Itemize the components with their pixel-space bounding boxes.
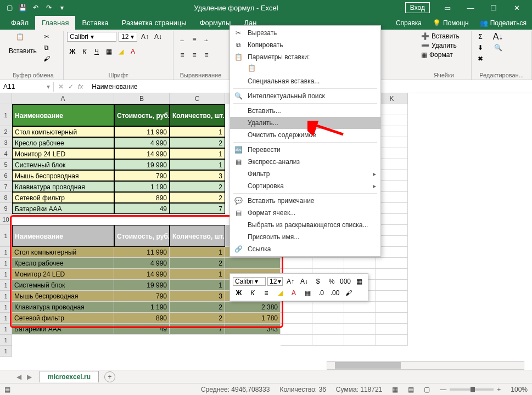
row-header[interactable]: 8: [0, 192, 12, 203]
cell[interactable]: 19 990: [114, 159, 170, 170]
cell[interactable]: Количество, шт.: [170, 225, 225, 247]
cell[interactable]: Мышь беспроводная: [12, 291, 114, 302]
tab-file[interactable]: Файл: [4, 16, 35, 30]
cell[interactable]: Стоимость, руб.: [114, 225, 170, 247]
ribbon-options-icon[interactable]: ▭: [436, 1, 458, 14]
cell[interactable]: 890: [114, 192, 170, 203]
sort-filter-icon[interactable]: A↓: [492, 32, 503, 42]
row-header[interactable]: 9: [0, 203, 12, 214]
save-icon[interactable]: 💾: [18, 3, 27, 13]
row-header[interactable]: 1: [0, 313, 12, 324]
find-select-icon[interactable]: 🔍: [492, 43, 503, 53]
cell[interactable]: Стол компьютерный: [12, 126, 114, 137]
cell[interactable]: [225, 258, 281, 269]
cell[interactable]: 1 780: [225, 313, 281, 324]
select-all-corner[interactable]: [0, 93, 12, 104]
ctx-smart-lookup[interactable]: 🔍Интеллектуальный поиск: [230, 90, 380, 102]
copy-icon[interactable]: ⧉: [41, 43, 52, 53]
column-header[interactable]: B: [114, 93, 170, 104]
cell[interactable]: Количество, шт.: [170, 104, 225, 126]
cell[interactable]: 4 990: [114, 258, 170, 269]
cell[interactable]: 14 990: [114, 269, 170, 280]
font-name-selector[interactable]: Calibri▾: [67, 32, 116, 42]
cell[interactable]: [344, 258, 376, 269]
cell[interactable]: [312, 302, 344, 313]
mini-comma-icon[interactable]: 000: [339, 276, 351, 287]
redo-icon[interactable]: ↷: [44, 3, 54, 13]
add-sheet-button[interactable]: +: [104, 371, 115, 382]
cell[interactable]: Стол компьютерный: [12, 247, 114, 258]
cell[interactable]: 1 190: [114, 181, 170, 192]
row-header[interactable]: 4: [0, 148, 12, 159]
cell[interactable]: [281, 313, 312, 324]
tell-me[interactable]: 💡Помощн: [427, 16, 474, 30]
bold-button[interactable]: Ж: [67, 46, 78, 57]
tab-help[interactable]: Справка: [390, 16, 427, 30]
mini-bold-button[interactable]: Ж: [233, 287, 245, 298]
ctx-filter[interactable]: Фильтр▸: [230, 168, 380, 180]
cell[interactable]: 2: [170, 313, 225, 324]
cell[interactable]: Кресло рабочее: [12, 258, 114, 269]
mini-format-painter-icon[interactable]: 🖌: [343, 287, 355, 298]
row-header[interactable]: 6: [0, 170, 12, 181]
mini-decrease-font-icon[interactable]: A↓: [298, 276, 310, 287]
cell[interactable]: 1: [170, 159, 225, 170]
mini-accounting-icon[interactable]: $: [312, 276, 324, 287]
cells-delete-button[interactable]: ➖Удалить: [420, 41, 458, 50]
cell[interactable]: 49: [114, 324, 170, 335]
sheet-nav-next-icon[interactable]: ▶: [27, 373, 32, 381]
cell[interactable]: Батарейки AAA: [12, 203, 114, 214]
clear-icon[interactable]: ✖: [475, 54, 486, 64]
ctx-paste-special[interactable]: Специальная вставка...: [230, 75, 380, 87]
row-header[interactable]: 1: [0, 225, 12, 247]
cell[interactable]: [312, 335, 344, 346]
view-pagebreak-icon[interactable]: ▢: [424, 386, 430, 393]
cell[interactable]: 1: [170, 269, 225, 280]
ctx-insert-comment[interactable]: 💬Вставить примечание: [230, 195, 380, 207]
row-header[interactable]: 1: [0, 104, 12, 126]
cell[interactable]: [281, 258, 312, 269]
cell[interactable]: 2: [170, 258, 225, 269]
cell[interactable]: [376, 269, 408, 280]
fill-icon[interactable]: ⬇: [475, 43, 486, 53]
cell[interactable]: [344, 302, 376, 313]
ctx-sort[interactable]: Сортировка▸: [230, 180, 380, 192]
cell[interactable]: 1: [170, 280, 225, 291]
zoom-level[interactable]: 100%: [511, 386, 528, 393]
row-header[interactable]: 1: [0, 346, 12, 357]
ctx-pick-from-dropdown[interactable]: Выбрать из раскрывающегося списка...: [230, 219, 380, 231]
sheet-nav-prev-icon[interactable]: ◀: [16, 373, 21, 381]
decrease-font-icon[interactable]: A↓: [153, 32, 164, 42]
column-header[interactable]: A: [12, 93, 114, 104]
ctx-cut[interactable]: ✂Вырезать: [230, 27, 380, 39]
font-size-selector[interactable]: 12▾: [119, 32, 137, 42]
mini-fill-color-icon[interactable]: ◢: [274, 287, 286, 298]
cell[interactable]: 790: [114, 170, 170, 181]
tab-home[interactable]: Главная: [35, 16, 75, 30]
font-color-button[interactable]: A: [127, 46, 138, 57]
cell[interactable]: 2: [170, 137, 225, 148]
mini-font-color-icon[interactable]: A: [288, 287, 300, 298]
cell[interactable]: [344, 324, 376, 335]
italic-button[interactable]: К: [79, 46, 90, 57]
cell[interactable]: 890: [114, 313, 170, 324]
ctx-quick-analysis[interactable]: ▦Экспресс-анализ: [230, 156, 380, 168]
cell[interactable]: 3: [170, 170, 225, 181]
ctx-clear[interactable]: Очистить содержимое: [230, 129, 380, 141]
cell[interactable]: Наименование: [12, 225, 114, 247]
horizontal-scrollbar[interactable]: [327, 361, 524, 370]
row-header[interactable]: 1: [0, 291, 12, 302]
ctx-define-name[interactable]: Присвоить имя...: [230, 231, 380, 243]
cells-format-button[interactable]: ▦Формат: [420, 50, 454, 59]
tab-pagelayout[interactable]: Разметка страницы: [115, 16, 193, 30]
align-top-icon[interactable]: ⫠: [177, 34, 188, 45]
cell[interactable]: [344, 335, 376, 346]
border-button[interactable]: ▦: [103, 46, 114, 57]
row-header[interactable]: 7: [0, 181, 12, 192]
cell[interactable]: Стоимость, руб.: [114, 104, 170, 126]
cell[interactable]: [376, 258, 408, 269]
view-normal-icon[interactable]: ▦: [392, 386, 398, 393]
cell[interactable]: [376, 313, 408, 324]
cell[interactable]: Клавиатура проводная: [12, 302, 114, 313]
row-header[interactable]: 1: [0, 258, 12, 269]
